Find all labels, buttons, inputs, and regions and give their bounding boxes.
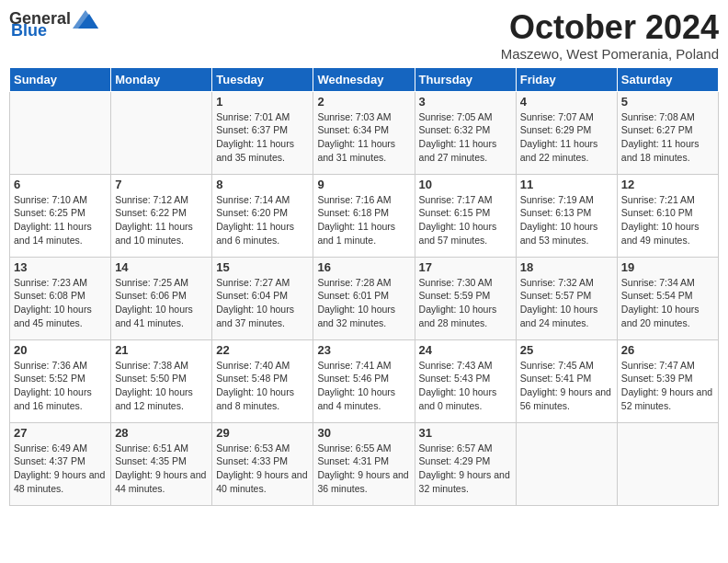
weekday-header: Wednesday — [313, 67, 415, 91]
day-number: 2 — [317, 95, 410, 109]
calendar-cell: 10Sunrise: 7:17 AM Sunset: 6:15 PM Dayli… — [415, 174, 516, 257]
calendar-cell: 9Sunrise: 7:16 AM Sunset: 6:18 PM Daylig… — [313, 174, 415, 257]
day-info: Sunrise: 7:40 AM Sunset: 5:48 PM Dayligh… — [216, 359, 309, 413]
calendar-cell: 13Sunrise: 7:23 AM Sunset: 6:08 PM Dayli… — [10, 257, 111, 339]
day-info: Sunrise: 7:17 AM Sunset: 6:15 PM Dayligh… — [419, 193, 512, 247]
day-info: Sunrise: 7:03 AM Sunset: 6:34 PM Dayligh… — [317, 110, 410, 165]
day-number: 13 — [14, 260, 107, 274]
calendar-week-row: 6Sunrise: 7:10 AM Sunset: 6:25 PM Daylig… — [10, 174, 719, 257]
day-number: 1 — [216, 95, 309, 109]
day-number: 5 — [621, 95, 714, 109]
calendar-cell — [617, 422, 718, 505]
day-number: 14 — [115, 260, 208, 274]
calendar-cell: 3Sunrise: 7:05 AM Sunset: 6:32 PM Daylig… — [415, 91, 516, 174]
day-number: 12 — [621, 178, 714, 191]
calendar-cell: 1Sunrise: 7:01 AM Sunset: 6:37 PM Daylig… — [212, 91, 313, 174]
day-info: Sunrise: 7:19 AM Sunset: 6:13 PM Dayligh… — [520, 193, 613, 247]
day-info: Sunrise: 7:21 AM Sunset: 6:10 PM Dayligh… — [621, 193, 714, 247]
calendar-cell: 2Sunrise: 7:03 AM Sunset: 6:34 PM Daylig… — [313, 91, 415, 174]
calendar-cell: 21Sunrise: 7:38 AM Sunset: 5:50 PM Dayli… — [111, 339, 212, 422]
day-info: Sunrise: 7:47 AM Sunset: 5:39 PM Dayligh… — [621, 359, 714, 413]
calendar-cell: 7Sunrise: 7:12 AM Sunset: 6:22 PM Daylig… — [111, 174, 212, 257]
day-number: 16 — [317, 260, 410, 274]
calendar-week-row: 20Sunrise: 7:36 AM Sunset: 5:52 PM Dayli… — [10, 339, 719, 422]
calendar-cell: 19Sunrise: 7:34 AM Sunset: 5:54 PM Dayli… — [617, 257, 718, 339]
logo-icon — [73, 10, 98, 29]
calendar-cell — [516, 422, 617, 505]
day-info: Sunrise: 7:12 AM Sunset: 6:22 PM Dayligh… — [115, 193, 208, 247]
day-number: 8 — [216, 178, 309, 191]
day-info: Sunrise: 7:14 AM Sunset: 6:20 PM Dayligh… — [216, 193, 309, 247]
calendar-cell: 31Sunrise: 6:57 AM Sunset: 4:29 PM Dayli… — [415, 422, 516, 505]
day-info: Sunrise: 7:25 AM Sunset: 6:06 PM Dayligh… — [115, 276, 208, 330]
day-info: Sunrise: 7:34 AM Sunset: 5:54 PM Dayligh… — [621, 276, 714, 330]
calendar-week-row: 13Sunrise: 7:23 AM Sunset: 6:08 PM Dayli… — [10, 257, 719, 339]
calendar-header: SundayMondayTuesdayWednesdayThursdayFrid… — [10, 67, 719, 91]
weekday-header: Thursday — [415, 67, 516, 91]
day-number: 20 — [14, 343, 107, 357]
day-info: Sunrise: 6:53 AM Sunset: 4:33 PM Dayligh… — [216, 442, 309, 496]
day-number: 30 — [317, 426, 410, 440]
calendar-cell: 18Sunrise: 7:32 AM Sunset: 5:57 PM Dayli… — [516, 257, 617, 339]
page-header: General Blue October 2024 Maszewo, West … — [9, 9, 719, 62]
day-number: 25 — [520, 343, 613, 357]
day-number: 17 — [419, 260, 512, 274]
calendar-cell: 24Sunrise: 7:43 AM Sunset: 5:43 PM Dayli… — [415, 339, 516, 422]
day-number: 18 — [520, 260, 613, 274]
day-number: 21 — [115, 343, 208, 357]
day-info: Sunrise: 7:05 AM Sunset: 6:32 PM Dayligh… — [419, 110, 512, 165]
day-number: 15 — [216, 260, 309, 274]
day-info: Sunrise: 7:45 AM Sunset: 5:41 PM Dayligh… — [520, 359, 613, 413]
weekday-header: Sunday — [10, 67, 111, 91]
day-number: 10 — [419, 178, 512, 191]
calendar-body: 1Sunrise: 7:01 AM Sunset: 6:37 PM Daylig… — [10, 91, 719, 505]
day-number: 9 — [317, 178, 410, 191]
weekday-header: Saturday — [617, 67, 718, 91]
weekday-header: Friday — [516, 67, 617, 91]
calendar-cell: 27Sunrise: 6:49 AM Sunset: 4:37 PM Dayli… — [10, 422, 111, 505]
day-number: 4 — [520, 95, 613, 109]
calendar-cell: 28Sunrise: 6:51 AM Sunset: 4:35 PM Dayli… — [111, 422, 212, 505]
calendar-cell — [111, 91, 212, 174]
day-number: 29 — [216, 426, 309, 440]
calendar-cell: 30Sunrise: 6:55 AM Sunset: 4:31 PM Dayli… — [313, 422, 415, 505]
calendar-cell: 8Sunrise: 7:14 AM Sunset: 6:20 PM Daylig… — [212, 174, 313, 257]
day-info: Sunrise: 7:08 AM Sunset: 6:27 PM Dayligh… — [621, 110, 714, 165]
calendar-cell: 14Sunrise: 7:25 AM Sunset: 6:06 PM Dayli… — [111, 257, 212, 339]
day-info: Sunrise: 7:01 AM Sunset: 6:37 PM Dayligh… — [216, 110, 309, 165]
day-info: Sunrise: 7:07 AM Sunset: 6:29 PM Dayligh… — [520, 110, 613, 165]
calendar-cell: 23Sunrise: 7:41 AM Sunset: 5:46 PM Dayli… — [313, 339, 415, 422]
day-number: 26 — [621, 343, 714, 357]
weekday-header: Monday — [111, 67, 212, 91]
calendar-cell: 12Sunrise: 7:21 AM Sunset: 6:10 PM Dayli… — [617, 174, 718, 257]
day-info: Sunrise: 6:57 AM Sunset: 4:29 PM Dayligh… — [419, 442, 512, 496]
day-info: Sunrise: 7:23 AM Sunset: 6:08 PM Dayligh… — [14, 276, 107, 330]
calendar-cell: 26Sunrise: 7:47 AM Sunset: 5:39 PM Dayli… — [617, 339, 718, 422]
day-info: Sunrise: 7:30 AM Sunset: 5:59 PM Dayligh… — [419, 276, 512, 330]
day-info: Sunrise: 7:41 AM Sunset: 5:46 PM Dayligh… — [317, 359, 410, 413]
day-info: Sunrise: 7:10 AM Sunset: 6:25 PM Dayligh… — [14, 193, 107, 247]
day-info: Sunrise: 7:16 AM Sunset: 6:18 PM Dayligh… — [317, 193, 410, 247]
calendar-cell: 4Sunrise: 7:07 AM Sunset: 6:29 PM Daylig… — [516, 91, 617, 174]
calendar-cell: 6Sunrise: 7:10 AM Sunset: 6:25 PM Daylig… — [10, 174, 111, 257]
day-info: Sunrise: 6:55 AM Sunset: 4:31 PM Dayligh… — [317, 442, 410, 496]
logo: General Blue — [9, 9, 98, 40]
logo-blue: Blue — [11, 21, 47, 40]
calendar-cell: 15Sunrise: 7:27 AM Sunset: 6:04 PM Dayli… — [212, 257, 313, 339]
day-number: 19 — [621, 260, 714, 274]
calendar-cell — [10, 91, 111, 174]
calendar-table: SundayMondayTuesdayWednesdayThursdayFrid… — [9, 67, 719, 506]
day-info: Sunrise: 6:49 AM Sunset: 4:37 PM Dayligh… — [14, 442, 107, 496]
day-info: Sunrise: 7:43 AM Sunset: 5:43 PM Dayligh… — [419, 359, 512, 413]
calendar-cell: 20Sunrise: 7:36 AM Sunset: 5:52 PM Dayli… — [10, 339, 111, 422]
calendar-cell: 22Sunrise: 7:40 AM Sunset: 5:48 PM Dayli… — [212, 339, 313, 422]
calendar-week-row: 27Sunrise: 6:49 AM Sunset: 4:37 PM Dayli… — [10, 422, 719, 505]
location-title: Maszewo, West Pomerania, Poland — [501, 46, 719, 62]
day-info: Sunrise: 7:28 AM Sunset: 6:01 PM Dayligh… — [317, 276, 410, 330]
day-number: 3 — [419, 95, 512, 109]
weekday-header: Tuesday — [212, 67, 313, 91]
day-number: 24 — [419, 343, 512, 357]
day-info: Sunrise: 7:36 AM Sunset: 5:52 PM Dayligh… — [14, 359, 107, 413]
calendar-cell: 11Sunrise: 7:19 AM Sunset: 6:13 PM Dayli… — [516, 174, 617, 257]
day-info: Sunrise: 7:32 AM Sunset: 5:57 PM Dayligh… — [520, 276, 613, 330]
